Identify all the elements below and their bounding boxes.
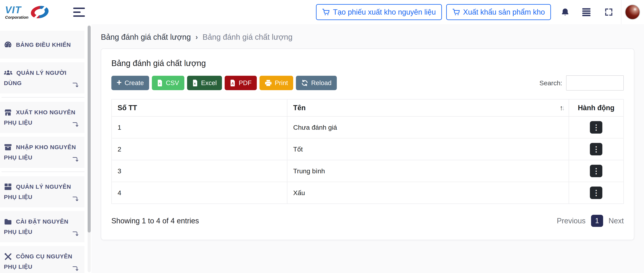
file-pdf-icon: A (230, 79, 236, 87)
cell-ten: Chưa đánh giá (287, 116, 569, 138)
search-input[interactable] (566, 75, 624, 90)
kebab-icon: ⋮ (592, 124, 600, 131)
file-csv-icon: x (157, 79, 163, 87)
cell-ten: Tốt (287, 138, 569, 160)
sidebar-item-material-import[interactable]: NHẬP KHO NGUYÊN PHỤ LIỆU (0, 137, 84, 168)
cell-stt: 2 (112, 138, 287, 160)
pagination: Previous 1 Next (557, 215, 624, 227)
page-1-button[interactable]: 1 (591, 215, 603, 227)
submenu-arrow-icon (72, 230, 79, 237)
table-row: 1 Chưa đánh giá ⋮ (112, 116, 624, 138)
sidebar-item-label: XUẤT KHO NGUYÊN PHỤ LIỆU (4, 109, 75, 126)
sidebar-item-dashboard[interactable]: BẢNG ĐIỀU KHIỂN (0, 31, 84, 58)
cell-stt: 3 (112, 160, 287, 182)
excel-export-button[interactable]: x Excel (187, 76, 222, 90)
list-icon (581, 8, 592, 16)
row-actions-button[interactable]: ⋮ (590, 186, 602, 199)
sidebar-divider (2, 172, 84, 172)
entries-info: Showing 1 to 4 of 4 entries (111, 217, 199, 225)
cell-stt: 4 (112, 182, 287, 204)
search-group: Search: (540, 75, 624, 90)
breadcrumb-current: Bảng đánh giá chất lượng (202, 33, 292, 42)
submenu-arrow-icon (72, 156, 79, 163)
row-actions-button[interactable]: ⋮ (590, 121, 602, 134)
breadcrumb: Bảng đánh giá chất lượng › Bảng đánh giá… (101, 33, 644, 42)
users-icon (4, 70, 12, 76)
printer-icon (265, 80, 272, 86)
print-button[interactable]: Print (260, 76, 293, 90)
previous-page-button[interactable]: Previous (557, 217, 586, 225)
avatar[interactable] (625, 4, 640, 20)
svg-text:x: x (194, 82, 196, 85)
pdf-export-button[interactable]: A PDF (225, 76, 257, 90)
cart-icon (322, 8, 330, 16)
cell-ten: Xấu (287, 182, 569, 204)
logo-title: VIT (5, 5, 22, 15)
search-label: Search: (540, 79, 562, 87)
sidebar-item-material-tools[interactable]: CÔNG CỤ NGUYÊN PHỤ LIỆU (0, 246, 84, 273)
kebab-icon: ⋮ (592, 146, 600, 153)
breadcrumb-link[interactable]: Bảng đánh giá chất lượng (101, 33, 191, 42)
sidebar-item-material-settings[interactable]: CÀI ĐẶT NGUYÊN PHỤ LIỆU (0, 211, 84, 242)
reload-button[interactable]: Reload (296, 76, 337, 90)
kebab-icon: ⋮ (592, 189, 600, 196)
fullscreen-icon (605, 8, 613, 16)
menu-list-button[interactable] (581, 8, 592, 16)
logo-subtitle: Corporation (5, 15, 28, 19)
sidebar-item-label: BẢNG ĐIỀU KHIỂN (16, 42, 71, 48)
breadcrumb-separator-icon: › (196, 33, 198, 41)
create-button[interactable]: + Create (111, 76, 149, 90)
csv-export-button[interactable]: x CSV (152, 76, 184, 90)
column-header-ten[interactable]: Tên ↑↓ (287, 99, 569, 116)
table-header-row: Số TT Tên ↑↓ Hành động (112, 99, 624, 116)
table-row: 4 Xấu ⋮ (112, 182, 624, 204)
sidebar-item-label: QUẢN LÝ NGƯỜI DÙNG (4, 70, 66, 86)
notifications-button[interactable] (561, 8, 570, 16)
svg-text:A: A (231, 82, 234, 86)
submenu-arrow-icon (72, 266, 79, 272)
fullscreen-button[interactable] (605, 8, 613, 16)
sidebar-toggle-button[interactable] (72, 6, 86, 18)
folder-icon (4, 218, 12, 225)
column-header-action: Hành động (569, 99, 624, 116)
cart-icon (452, 8, 460, 16)
export-product-warehouse-button[interactable]: Xuất khẩu sản phẩm kho (446, 4, 551, 20)
next-page-button[interactable]: Next (608, 217, 624, 225)
vit-logo[interactable]: VIT Corporation (5, 5, 49, 19)
hamburger-icon (73, 8, 85, 9)
file-excel-icon: x (192, 79, 198, 87)
sidebar-item-label: NHẬP KHO NGUYÊN PHỤ LIỆU (4, 144, 76, 161)
table-row: 2 Tốt ⋮ (112, 138, 624, 160)
cell-stt: 1 (112, 116, 287, 138)
submenu-arrow-icon (72, 196, 79, 202)
boxes-icon (4, 183, 12, 190)
cell-ten: Trung bình (287, 160, 569, 182)
sidebar-item-material-management[interactable]: QUẢN LÝ NGUYÊN PHỤ LIỆU (0, 176, 84, 208)
tools-icon (4, 253, 12, 260)
table-footer: Showing 1 to 4 of 4 entries Previous 1 N… (111, 215, 624, 227)
sidebar-item-label: CÔNG CỤ NGUYÊN PHỤ LIỆU (4, 253, 72, 270)
sidebar-scrollbar-thumb[interactable] (88, 26, 91, 232)
header-divider (621, 0, 622, 24)
submenu-arrow-icon (72, 121, 79, 128)
svg-text:x: x (159, 82, 160, 85)
submenu-arrow-icon (72, 82, 79, 88)
sidebar-item-user-management[interactable]: QUẢN LÝ NGƯỜI DÙNG (0, 62, 84, 94)
store-icon (4, 109, 12, 116)
sidebar-divider (2, 97, 84, 98)
create-material-export-ticket-button[interactable]: Tạo phiếu xuất kho nguyên liệu (316, 4, 442, 20)
main-content: Bảng đánh giá chất lượng › Bảng đánh giá… (92, 24, 644, 273)
column-header-stt[interactable]: Số TT (112, 99, 287, 116)
sidebar: BẢNG ĐIỀU KHIỂN QUẢN LÝ NGƯỜI DÙNG (0, 24, 92, 273)
sidebar-item-material-export[interactable]: XUẤT KHO NGUYÊN PHỤ LIỆU (0, 102, 84, 133)
row-actions-button[interactable]: ⋮ (590, 143, 602, 156)
toolbar: + Create x CSV x E (111, 75, 624, 90)
sort-icon[interactable]: ↑↓ (560, 104, 565, 112)
kebab-icon: ⋮ (592, 167, 600, 175)
row-actions-button[interactable]: ⋮ (590, 165, 602, 177)
table-row: 3 Trung bình ⋮ (112, 160, 624, 182)
box-archive-icon (4, 144, 12, 151)
quality-rating-card: Bảng đánh giá chất lượng + Create x CSV (101, 48, 634, 240)
sidebar-item-label: CÀI ĐẶT NGUYÊN PHỤ LIỆU (4, 218, 68, 235)
bell-icon (561, 8, 570, 16)
